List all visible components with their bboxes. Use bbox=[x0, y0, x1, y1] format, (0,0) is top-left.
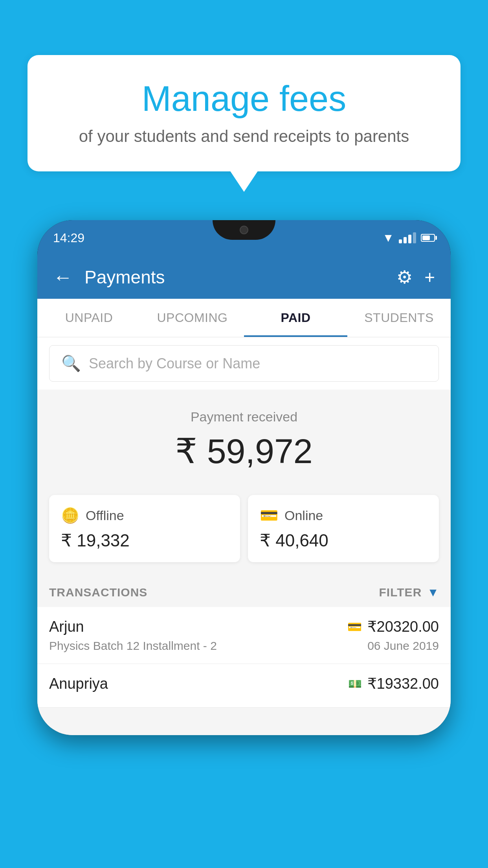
filter-button[interactable]: FILTER ▼ bbox=[379, 586, 439, 599]
tab-students[interactable]: STUDENTS bbox=[347, 299, 451, 337]
signal-bars bbox=[399, 232, 416, 243]
payment-cards: 🪙 Offline ₹ 19,332 💳 Online ₹ 40,640 bbox=[37, 495, 451, 574]
transaction-name-arjun: Arjun bbox=[49, 618, 84, 635]
back-button[interactable]: ← bbox=[53, 266, 73, 289]
transaction-amount-anupriya: ₹19332.00 bbox=[367, 675, 439, 692]
transaction-amount-area-arjun: 💳 ₹20320.00 bbox=[347, 618, 439, 635]
search-icon: 🔍 bbox=[61, 354, 81, 373]
transaction-name-anupriya: Anupriya bbox=[49, 675, 108, 692]
speech-bubble-container: Manage fees of your students and send re… bbox=[28, 55, 460, 171]
filter-icon: ▼ bbox=[427, 586, 439, 599]
manage-fees-subtitle: of your students and send receipts to pa… bbox=[55, 127, 433, 146]
battery-icon bbox=[421, 234, 435, 242]
transaction-row2-arjun: Physics Batch 12 Installment - 2 06 June… bbox=[49, 639, 439, 653]
offline-card-header: 🪙 Offline bbox=[61, 507, 228, 524]
app-header: ← Payments ⚙ + bbox=[37, 256, 451, 299]
online-label: Online bbox=[284, 508, 323, 523]
status-bar: 14:29 ▼ bbox=[37, 220, 451, 256]
payment-received-label: Payment received bbox=[49, 409, 439, 425]
cash-payment-icon-anupriya: 💵 bbox=[348, 677, 362, 690]
offline-payment-card: 🪙 Offline ₹ 19,332 bbox=[49, 495, 240, 562]
filter-label: FILTER bbox=[379, 586, 422, 599]
speech-bubble: Manage fees of your students and send re… bbox=[28, 55, 460, 171]
phone-bottom bbox=[37, 708, 451, 735]
transaction-date-arjun: 06 June 2019 bbox=[367, 639, 439, 653]
payment-summary: Payment received ₹ 59,972 bbox=[37, 390, 451, 495]
tab-unpaid[interactable]: UNPAID bbox=[37, 299, 141, 337]
online-payment-card: 💳 Online ₹ 40,640 bbox=[248, 495, 439, 562]
offline-payment-icon: 🪙 bbox=[61, 507, 79, 524]
camera-dot bbox=[240, 226, 248, 234]
manage-fees-title: Manage fees bbox=[55, 79, 433, 119]
transaction-item-arjun[interactable]: Arjun 💳 ₹20320.00 Physics Batch 12 Insta… bbox=[37, 607, 451, 664]
transactions-header: TRANSACTIONS FILTER ▼ bbox=[37, 574, 451, 607]
transaction-row1-anupriya: Anupriya 💵 ₹19332.00 bbox=[49, 675, 439, 692]
header-icons: ⚙ + bbox=[396, 267, 435, 288]
transaction-amount-arjun: ₹20320.00 bbox=[367, 618, 439, 635]
online-card-header: 💳 Online bbox=[260, 507, 427, 524]
phone-wrapper: 14:29 ▼ ← Payments ⚙ bbox=[37, 220, 451, 735]
tab-paid[interactable]: PAID bbox=[244, 299, 347, 337]
transaction-detail-arjun: Physics Batch 12 Installment - 2 bbox=[49, 639, 217, 653]
search-container: 🔍 Search by Course or Name bbox=[37, 337, 451, 390]
transaction-row1-arjun: Arjun 💳 ₹20320.00 bbox=[49, 618, 439, 635]
app-content: 🔍 Search by Course or Name Payment recei… bbox=[37, 337, 451, 735]
battery-fill bbox=[422, 235, 430, 240]
payment-total-amount: ₹ 59,972 bbox=[49, 431, 439, 471]
status-icons: ▼ bbox=[382, 231, 435, 245]
transactions-section-label: TRANSACTIONS bbox=[49, 586, 147, 599]
transaction-amount-area-anupriya: 💵 ₹19332.00 bbox=[348, 675, 439, 692]
signal-bar-2 bbox=[404, 237, 407, 243]
phone-frame: 14:29 ▼ ← Payments ⚙ bbox=[37, 220, 451, 735]
tabs-container: UNPAID UPCOMING PAID STUDENTS bbox=[37, 299, 451, 337]
card-payment-icon-arjun: 💳 bbox=[347, 620, 362, 634]
online-amount: ₹ 40,640 bbox=[260, 530, 427, 550]
search-bar[interactable]: 🔍 Search by Course or Name bbox=[49, 345, 439, 382]
add-button[interactable]: + bbox=[424, 267, 435, 288]
settings-icon[interactable]: ⚙ bbox=[396, 267, 413, 288]
offline-amount: ₹ 19,332 bbox=[61, 530, 228, 550]
signal-bar-1 bbox=[399, 239, 402, 243]
signal-bar-3 bbox=[408, 235, 411, 243]
tab-upcoming[interactable]: UPCOMING bbox=[141, 299, 244, 337]
transaction-item-anupriya[interactable]: Anupriya 💵 ₹19332.00 bbox=[37, 664, 451, 708]
transaction-list: Arjun 💳 ₹20320.00 Physics Batch 12 Insta… bbox=[37, 607, 451, 708]
phone-notch bbox=[213, 220, 275, 240]
signal-bar-4 bbox=[413, 232, 416, 243]
online-payment-icon: 💳 bbox=[260, 507, 278, 524]
header-title: Payments bbox=[84, 267, 385, 288]
status-time: 14:29 bbox=[53, 231, 84, 245]
search-input[interactable]: Search by Course or Name bbox=[89, 355, 260, 372]
wifi-icon: ▼ bbox=[382, 231, 394, 245]
offline-label: Offline bbox=[86, 508, 124, 523]
